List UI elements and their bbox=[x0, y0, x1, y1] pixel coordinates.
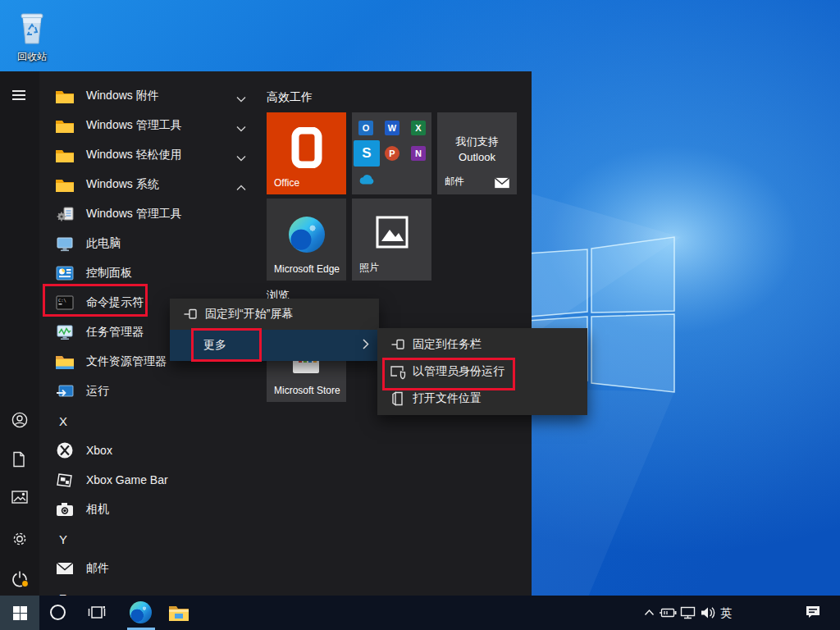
app-folder-windows-ease-of-access[interactable]: Windows 轻松使用 bbox=[39, 140, 262, 170]
recycle-bin-desktop-icon[interactable]: 回收站 bbox=[8, 7, 56, 64]
tray-battery-icon[interactable] bbox=[659, 608, 677, 618]
menu-item-label: 固定到任务栏 bbox=[413, 337, 482, 352]
run-icon bbox=[55, 382, 75, 400]
file-explorer-icon bbox=[55, 353, 75, 371]
folder-icon bbox=[55, 146, 75, 164]
tile-office[interactable]: Office bbox=[267, 112, 346, 194]
skype-mini-icon: S bbox=[354, 140, 380, 167]
annotation-box-command-prompt bbox=[43, 284, 148, 317]
tile-office-suite[interactable]: O W X S P N bbox=[352, 112, 431, 194]
tray-show-hidden-icons-chevron[interactable] bbox=[644, 609, 655, 616]
start-menu-rail bbox=[0, 71, 39, 596]
tile-microsoft-edge[interactable]: Microsoft Edge bbox=[267, 199, 346, 281]
folder-icon bbox=[55, 176, 75, 194]
mail-icon bbox=[55, 559, 75, 578]
action-center-icon[interactable] bbox=[805, 605, 821, 619]
windows-logo-icon bbox=[13, 606, 27, 620]
app-item-label: 文件资源管理器 bbox=[86, 354, 167, 369]
tray-volume-icon[interactable] bbox=[701, 606, 716, 619]
onenote-mini-icon: N bbox=[411, 146, 426, 161]
app-item-windows-admin-tools[interactable]: Windows 管理工具 bbox=[39, 199, 262, 229]
documents-icon[interactable] bbox=[11, 451, 28, 468]
annotation-box-more bbox=[191, 328, 262, 362]
app-item-label: 运行 bbox=[86, 384, 109, 399]
app-item-this-pc[interactable]: 此电脑 bbox=[39, 229, 262, 258]
app-item-label: 任务管理器 bbox=[86, 325, 144, 340]
tile-photos[interactable]: 照片 bbox=[352, 199, 431, 281]
taskbar-edge-icon[interactable] bbox=[130, 601, 152, 623]
update-badge-dot bbox=[22, 581, 29, 587]
envelope-icon bbox=[494, 177, 510, 189]
app-item-camera[interactable]: 相机 bbox=[39, 495, 262, 524]
app-item-run[interactable]: 运行 bbox=[39, 377, 262, 406]
task-view-button[interactable] bbox=[88, 604, 107, 621]
excel-mini-icon: X bbox=[411, 121, 426, 135]
powerpoint-mini-icon: P bbox=[385, 146, 399, 161]
submenu-item-pin-to-taskbar[interactable]: 固定到任务栏 bbox=[377, 331, 587, 358]
settings-gear-icon[interactable] bbox=[11, 531, 28, 547]
app-item-xbox-game-bar[interactable]: Xbox Game Bar bbox=[39, 465, 262, 495]
recycle-bin-label: 回收站 bbox=[8, 50, 56, 64]
xbox-icon bbox=[55, 441, 75, 459]
app-item-label: Xbox Game Bar bbox=[86, 473, 168, 486]
app-item-label: Xbox bbox=[86, 444, 112, 457]
app-item-label: 邮件 bbox=[86, 561, 109, 576]
taskbar: 英 18:12 2024/5/15 2 bbox=[0, 596, 840, 630]
app-item-xbox[interactable]: Xbox bbox=[39, 436, 262, 465]
app-item-mail[interactable]: 邮件 bbox=[39, 554, 262, 583]
app-folder-windows-admin-tools[interactable]: Windows 管理工具 bbox=[39, 111, 262, 140]
mail-tile-text: 我们支持 Outlook bbox=[437, 134, 517, 165]
app-folder-label: Windows 附件 bbox=[86, 89, 159, 103]
chevron-right-icon bbox=[363, 339, 369, 352]
start-button[interactable] bbox=[0, 596, 39, 630]
menu-item-label: 固定到“开始”屏幕 bbox=[205, 307, 293, 322]
tile-label: 邮件 bbox=[445, 175, 464, 189]
cortana-button[interactable] bbox=[50, 605, 66, 620]
app-folder-windows-system[interactable]: Windows 系统 bbox=[39, 170, 262, 199]
outlook-mini-icon: O bbox=[358, 121, 373, 135]
expand-menu-icon[interactable] bbox=[11, 89, 28, 106]
menu-item-label: 打开文件位置 bbox=[413, 391, 482, 406]
office-logo-icon bbox=[291, 127, 322, 168]
this-pc-icon bbox=[55, 235, 75, 253]
recycle-bin-icon bbox=[14, 34, 50, 48]
power-icon[interactable] bbox=[11, 570, 28, 587]
app-item-label: 控制面板 bbox=[86, 266, 132, 281]
app-folder-windows-accessories[interactable]: Windows 附件 bbox=[39, 81, 262, 111]
app-item-label: Windows 管理工具 bbox=[86, 207, 182, 221]
app-item-label: 此电脑 bbox=[86, 236, 121, 251]
user-account-icon[interactable] bbox=[11, 412, 28, 428]
task-manager-icon bbox=[55, 323, 75, 341]
folder-icon bbox=[55, 116, 75, 135]
tray-network-icon[interactable] bbox=[680, 606, 696, 619]
app-folder-label: Windows 轻松使用 bbox=[86, 148, 182, 162]
chevron-down-icon bbox=[236, 121, 246, 135]
word-mini-icon: W bbox=[385, 121, 399, 135]
section-letter-y[interactable]: Y bbox=[39, 524, 262, 554]
app-folder-label: Windows 管理工具 bbox=[86, 118, 182, 133]
camera-icon bbox=[55, 500, 75, 518]
pictures-icon[interactable] bbox=[11, 491, 28, 507]
tile-label: Microsoft Edge bbox=[274, 263, 340, 275]
admin-tools-icon bbox=[55, 205, 75, 223]
tray-ime-indicator[interactable]: 英 bbox=[720, 606, 732, 621]
tile-label: Microsoft Store bbox=[274, 385, 340, 396]
annotation-box-run-as-administrator bbox=[382, 358, 515, 390]
tile-label: 照片 bbox=[359, 261, 379, 275]
tile-mail[interactable]: 我们支持 Outlook 邮件 bbox=[437, 112, 517, 194]
pin-icon bbox=[182, 306, 199, 322]
chevron-down-icon bbox=[236, 92, 246, 105]
tile-label: Office bbox=[274, 177, 299, 189]
chevron-down-icon bbox=[236, 151, 246, 164]
menu-item-pin-to-start[interactable]: 固定到“开始”屏幕 bbox=[170, 299, 379, 330]
control-panel-icon bbox=[55, 264, 75, 282]
file-location-icon bbox=[390, 390, 406, 407]
taskbar-file-explorer-icon[interactable] bbox=[168, 604, 189, 622]
section-letter-x[interactable]: X bbox=[39, 406, 262, 436]
tile-group-title: 高效工作 bbox=[267, 90, 313, 105]
section-letter-z[interactable]: Z bbox=[39, 583, 262, 596]
folder-icon bbox=[55, 87, 75, 105]
section-letter-label: X bbox=[59, 414, 67, 428]
chevron-up-icon bbox=[236, 180, 246, 194]
app-item-label: 相机 bbox=[86, 502, 109, 517]
